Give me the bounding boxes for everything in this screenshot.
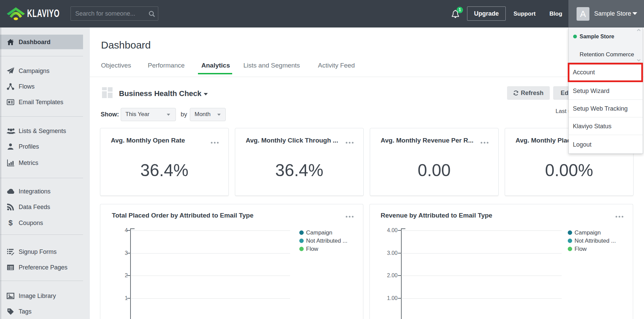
svg-text:$: $: [8, 219, 13, 227]
